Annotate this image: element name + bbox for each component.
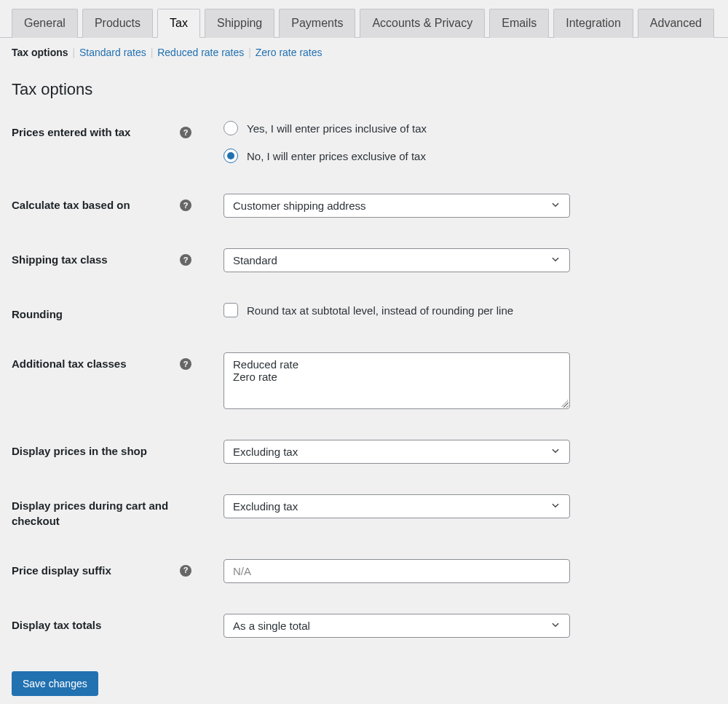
label-shipping-tax-class: Shipping tax class [12, 253, 174, 267]
page-title: Tax options [12, 80, 716, 99]
tab-shipping[interactable]: Shipping [205, 9, 274, 38]
label-display-totals: Display tax totals [12, 618, 191, 633]
select-value: As a single total [233, 620, 310, 632]
radio-label-prices-inclusive: Yes, I will enter prices inclusive of ta… [247, 122, 427, 135]
checkbox-label-rounding: Round tax at subtotal level, instead of … [247, 304, 513, 317]
tab-accounts[interactable]: Accounts & Privacy [360, 9, 485, 38]
separator: | [72, 47, 75, 58]
chevron-down-icon [550, 620, 561, 632]
chevron-down-icon [550, 446, 561, 458]
save-button[interactable]: Save changes [12, 671, 98, 696]
settings-tabs: General Products Tax Shipping Payments A… [0, 0, 728, 38]
select-value: Customer shipping address [233, 199, 366, 212]
sub-tabs: Tax options | Standard rates | Reduced r… [0, 38, 728, 58]
chevron-down-icon [550, 254, 561, 266]
subtab-reduced-rates[interactable]: Reduced rate rates [157, 47, 244, 58]
label-display-cart: Display prices during cart and checkout [12, 499, 191, 529]
checkbox-rounding[interactable] [223, 303, 238, 317]
help-icon[interactable]: ? [180, 254, 191, 266]
select-value: Excluding tax [233, 446, 298, 458]
tab-products[interactable]: Products [82, 9, 153, 38]
select-display-shop[interactable]: Excluding tax [223, 440, 570, 464]
tab-general[interactable]: General [12, 9, 78, 38]
help-icon[interactable]: ? [180, 127, 191, 138]
chevron-down-icon [550, 500, 561, 513]
select-value: Excluding tax [233, 500, 298, 513]
subtab-tax-options[interactable]: Tax options [12, 47, 68, 58]
select-display-cart[interactable]: Excluding tax [223, 494, 570, 518]
textarea-additional-classes[interactable]: Reduced rate Zero rate [223, 352, 570, 409]
label-additional-classes: Additional tax classes [12, 357, 174, 371]
separator: | [248, 47, 251, 58]
chevron-down-icon [550, 199, 561, 212]
tab-emails[interactable]: Emails [489, 9, 549, 38]
label-price-suffix: Price display suffix [12, 563, 174, 578]
separator: | [151, 47, 154, 58]
select-value: Standard [233, 254, 277, 266]
label-display-shop: Display prices in the shop [12, 444, 191, 459]
help-icon[interactable]: ? [180, 565, 191, 577]
input-price-suffix[interactable]: N/A [223, 559, 570, 583]
tab-tax[interactable]: Tax [157, 9, 200, 38]
radio-label-prices-exclusive: No, I will enter prices exclusive of tax [247, 150, 426, 162]
select-display-totals[interactable]: As a single total [223, 614, 570, 638]
tab-advanced[interactable]: Advanced [638, 9, 714, 38]
help-icon[interactable]: ? [180, 358, 191, 370]
label-calc-based-on: Calculate tax based on [12, 198, 174, 213]
subtab-standard-rates[interactable]: Standard rates [79, 47, 146, 58]
radio-prices-inclusive[interactable] [223, 121, 238, 135]
label-prices-entered: Prices entered with tax [12, 125, 174, 140]
radio-prices-exclusive[interactable] [223, 149, 238, 163]
tab-integration[interactable]: Integration [553, 9, 633, 38]
help-icon[interactable]: ? [180, 199, 191, 211]
select-calc-based-on[interactable]: Customer shipping address [223, 194, 570, 218]
label-rounding: Rounding [12, 307, 191, 322]
select-shipping-tax-class[interactable]: Standard [223, 248, 570, 272]
subtab-zero-rates[interactable]: Zero rate rates [256, 47, 323, 58]
tab-payments[interactable]: Payments [279, 9, 355, 38]
